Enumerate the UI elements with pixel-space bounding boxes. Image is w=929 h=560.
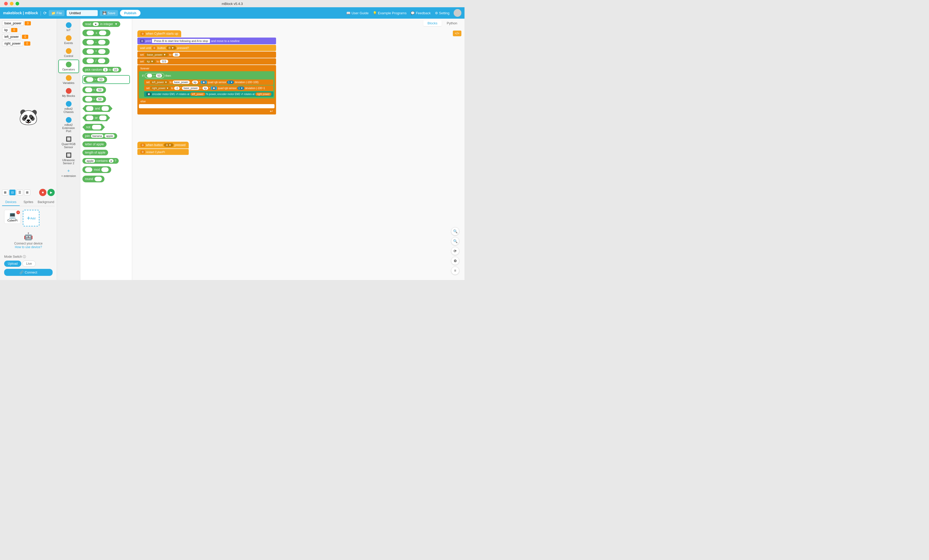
mod-label: mod <box>94 168 100 171</box>
kp-dropdown[interactable]: kp ▼ <box>145 60 156 63</box>
refresh-icon[interactable]: ⟳ <box>43 11 47 15</box>
project-title-input[interactable] <box>67 10 98 16</box>
user-guide-link[interactable]: 📖 User Guide <box>346 11 369 15</box>
sensor-num[interactable]: 1 ▼ <box>227 81 234 84</box>
settings-button[interactable]: ⚙ <box>451 257 459 265</box>
base-power-dropdown[interactable]: base_power ▼ <box>145 53 168 57</box>
block-less[interactable]: < 50 <box>83 87 130 93</box>
block-round[interactable]: round <box>83 176 130 182</box>
block-divide[interactable]: / <box>83 58 130 64</box>
dsb-tabs: Devices Sprites Background <box>2 199 55 206</box>
cat-operators[interactable]: Operators <box>58 60 79 73</box>
view-btn-4[interactable]: ⊞ <box>24 190 30 195</box>
how-to-link[interactable]: How to use device? <box>4 245 53 249</box>
tab-background[interactable]: Background <box>37 199 55 206</box>
minus-symbol: - <box>95 40 97 44</box>
set-kp-block[interactable]: set kp ▼ to 0.5 <box>137 58 276 64</box>
else-body <box>139 104 274 108</box>
tab-devices[interactable]: Devices <box>2 199 20 206</box>
block-plus[interactable]: + <box>83 29 130 36</box>
live-mode-button[interactable]: Live <box>22 260 36 267</box>
to-label: to <box>109 68 112 72</box>
cat-my-blocks[interactable]: My Blocks <box>58 87 79 99</box>
hat-label: when CyberPi starts up <box>146 32 178 35</box>
wait-until-block[interactable]: wait until ⚙ button B ▼ pressed? <box>137 45 276 51</box>
button-b-dropdown[interactable]: B ▼ <box>166 46 176 50</box>
block-join[interactable]: join banana apple <box>83 133 130 139</box>
connect-button[interactable]: 🔗 Connect <box>4 269 53 276</box>
cat-events[interactable]: Events <box>58 34 79 46</box>
cat-extension[interactable]: + + extension <box>58 167 79 179</box>
maximize-button[interactable] <box>15 2 19 5</box>
cat-label-quad-rgb: Quad RGB Sensor <box>60 142 77 149</box>
toolbar: makeblock | mBlock | ⟳ 📁 File 💾 Save Pub… <box>0 7 464 18</box>
loop-arrow: ↩ <box>138 109 275 113</box>
add-device-button[interactable]: + Add <box>23 210 39 226</box>
zoom-out-button[interactable]: 🔍 <box>451 237 459 245</box>
encoder-motor-block[interactable]: 🔲 encoder motor EM1 ↺ rotates at left_po… <box>144 92 273 97</box>
block-and[interactable]: and <box>83 105 130 112</box>
publish-button[interactable]: Publish <box>120 10 141 16</box>
cat-mbot2-chassis[interactable]: mBot2 Chassis <box>58 99 79 115</box>
cat-ultrasonic[interactable]: 🔲 Ultrasonic Sensor 2 <box>58 151 79 166</box>
block-or[interactable]: or <box>83 115 130 121</box>
tab-python[interactable]: Python <box>443 20 461 26</box>
restart-label: restart CyberPi <box>146 150 165 154</box>
button-a-dropdown[interactable]: A ▼ <box>164 143 173 147</box>
example-programs-link[interactable]: 💡 Example Programs <box>373 11 407 15</box>
block-random[interactable]: pick random 1 to 10 <box>83 67 130 72</box>
restart-block[interactable]: ⚙ restart CyberPi <box>137 149 189 155</box>
close-button[interactable] <box>4 2 8 5</box>
block-equal[interactable]: = 50 <box>83 96 130 103</box>
block-multiply[interactable]: * <box>83 48 130 55</box>
block-greater-highlighted[interactable]: > 50 <box>83 75 130 84</box>
view-btn-3[interactable]: ☰ <box>17 190 23 195</box>
cat-dot-mbot2-chassis <box>66 101 72 107</box>
file-button[interactable]: 📁 File <box>49 10 64 16</box>
left-power-ref: left_power <box>190 92 205 96</box>
hat-block-cyberpi-starts[interactable]: ⚙ when CyberPi starts up <box>137 30 181 37</box>
cat-iot[interactable]: IoT <box>58 21 79 33</box>
tab-sprites[interactable]: Sprites <box>20 199 37 206</box>
zoom-in-button[interactable]: 🔍 <box>451 227 459 236</box>
setting-link[interactable]: ⚙ Setting <box>435 11 449 15</box>
block-mod[interactable]: mod <box>83 166 130 173</box>
feedback-link[interactable]: 💬 Feedback <box>411 11 431 15</box>
upload-mode-button[interactable]: Upload <box>4 260 21 267</box>
right-power-dropdown[interactable]: right_power ▼ <box>150 87 170 90</box>
view-btn-2[interactable]: ⊟ <box>9 190 15 195</box>
set-left-power-block[interactable]: set left_power ▼ to base_power - kp * 🔲 … <box>144 80 273 85</box>
code-toggle-button[interactable]: </> <box>453 31 461 36</box>
device-cyberpi[interactable]: × 💻 CyberPi <box>4 210 21 224</box>
minimize-button[interactable] <box>10 2 14 5</box>
cat-control[interactable]: Control <box>58 47 79 59</box>
set-base-power-block[interactable]: set base_power ▼ to 30 <box>137 52 276 58</box>
left-power-dropdown[interactable]: left_power ▼ <box>150 81 169 84</box>
canvas-area: Blocks Python </> ⚙ when CyberPi starts … <box>132 18 464 280</box>
block-length[interactable]: length of apple <box>83 150 130 155</box>
equals-button[interactable]: = <box>451 266 459 275</box>
panda-image: 🐼 <box>19 108 38 126</box>
block-contains[interactable]: apple contains a ? <box>83 158 130 164</box>
go-button[interactable]: ▶ <box>48 189 55 196</box>
block-not[interactable]: not <box>83 124 130 130</box>
block-letter[interactable]: letter of apple <box>83 141 130 147</box>
block-read-in[interactable]: read ● in integer ▼ <box>83 21 130 27</box>
tab-blocks[interactable]: Blocks <box>423 20 442 26</box>
save-button[interactable]: 💾 Save <box>100 10 118 16</box>
cat-mbot2-ext[interactable]: mBot2 Extension Port <box>58 116 79 134</box>
print-block[interactable]: ⚙ print Press B to start line following … <box>137 38 276 44</box>
cat-icon-quad-rgb: 🔲 <box>66 136 72 142</box>
reset-view-button[interactable]: ⟳ <box>451 247 459 255</box>
sensor-num2[interactable]: 1 ▼ <box>238 87 244 90</box>
device-close-icon[interactable]: × <box>16 211 20 214</box>
print-suffix: and move to a newline <box>211 39 239 43</box>
block-minus[interactable]: - <box>83 39 130 46</box>
cat-quad-rgb[interactable]: 🔲 Quad RGB Sensor <box>58 135 79 150</box>
view-btn-1[interactable]: ⊞ <box>2 190 8 195</box>
hat-block-button-a[interactable]: ⚙ when button A ▼ pressed <box>137 142 189 148</box>
user-avatar[interactable] <box>454 9 461 17</box>
stop-button[interactable]: ■ <box>39 189 46 196</box>
set-right-power-block[interactable]: set right_power ▼ to -1 * base_power + k… <box>144 86 273 91</box>
cat-variables[interactable]: Variables <box>58 73 79 86</box>
